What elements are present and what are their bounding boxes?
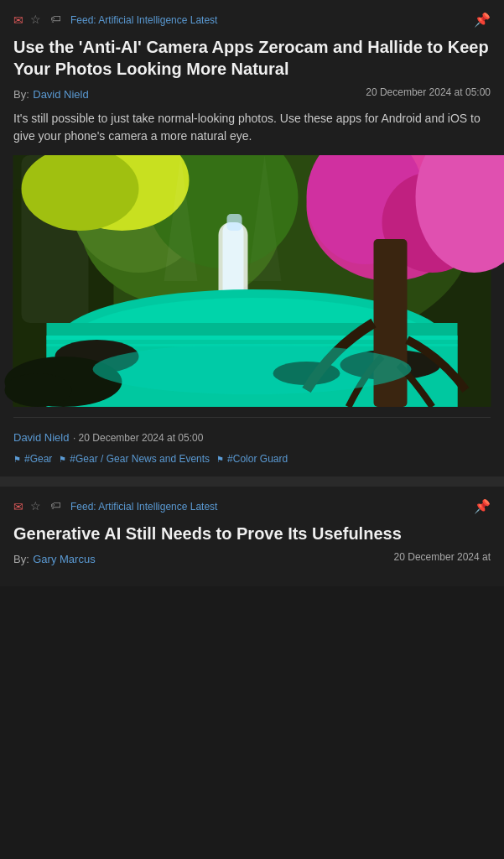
article-meta-top: ✉ ☆ 🏷 Feed: Artificial Intelligence Late… (13, 12, 491, 28)
envelope-icon[interactable]: ✉ (13, 13, 23, 27)
article-title: Use the 'Anti-AI' Camera Apps Zerocam an… (13, 36, 491, 80)
article-excerpt: It's still possible to just take normal-… (13, 110, 491, 145)
tag-icon-2: ⚑ (59, 455, 66, 464)
article-2-meta-left: ✉ ☆ 🏷 Feed: Artificial Intelligence Late… (13, 500, 217, 513)
meta-left: ✉ ☆ 🏷 Feed: Artificial Intelligence Late… (13, 13, 217, 27)
star-icon[interactable]: ☆ (30, 13, 44, 27)
tag-label-3: #Color Guard (227, 453, 288, 465)
article-card-1: ✉ ☆ 🏷 Feed: Artificial Intelligence Late… (0, 0, 504, 476)
tag-icon[interactable]: 🏷 (50, 13, 64, 27)
article-image (0, 155, 504, 407)
feed-link-2[interactable]: Feed: Artificial Intelligence Latest (70, 501, 217, 513)
footer-author-link[interactable]: David Nield (13, 431, 69, 444)
tag-gear-news[interactable]: ⚑ #Gear / Gear News and Events (59, 453, 210, 465)
by-label: By: (13, 88, 29, 101)
tags-row: ⚑ #Gear ⚑ #Gear / Gear News and Events ⚑… (13, 453, 491, 465)
article-byline: By: David Nield 20 December 2024 at 05:0… (13, 86, 491, 102)
envelope-icon-2[interactable]: ✉ (13, 500, 23, 513)
article-2-title: Generative AI Still Needs to Prove Its U… (13, 523, 491, 544)
article-2-byline: By: Gary Marcus 20 December 2024 at (13, 551, 491, 566)
tag-label-2: #Gear / Gear News and Events (70, 453, 210, 465)
author-link[interactable]: David Nield (33, 88, 88, 101)
tag-icon-2[interactable]: 🏷 (50, 500, 64, 513)
author-link-2[interactable]: Gary Marcus (33, 553, 95, 565)
pin-icon-2[interactable]: 📌 (474, 498, 491, 514)
byline-left: By: David Nield (13, 86, 89, 102)
byline-2-left: By: Gary Marcus (13, 551, 96, 566)
svg-point-29 (5, 373, 72, 407)
svg-rect-16 (227, 214, 242, 231)
article-date: 20 December 2024 at 05:00 (366, 86, 491, 98)
article-image-svg (0, 155, 504, 407)
tag-label-1: #Gear (24, 453, 52, 465)
footer-author-date: David Nield · 20 December 2024 at 05:00 (13, 430, 491, 445)
article-2-date: 20 December 2024 at (394, 551, 491, 563)
article-footer: David Nield · 20 December 2024 at 05:00 … (13, 417, 491, 476)
tag-icon-3: ⚑ (216, 455, 224, 464)
article-card-2: ✉ ☆ 🏷 Feed: Artificial Intelligence Late… (0, 487, 504, 586)
feed-link[interactable]: Feed: Artificial Intelligence Latest (70, 14, 217, 26)
pin-icon[interactable]: 📌 (474, 12, 491, 28)
by-label-2: By: (13, 553, 29, 565)
star-icon-2[interactable]: ☆ (30, 500, 44, 513)
footer-date-text: · 20 December 2024 at 05:00 (73, 432, 203, 444)
article-2-meta-top: ✉ ☆ 🏷 Feed: Artificial Intelligence Late… (13, 498, 491, 514)
svg-point-30 (93, 344, 412, 394)
tag-icon-1: ⚑ (13, 455, 21, 464)
tag-gear[interactable]: ⚑ #Gear (13, 453, 52, 465)
tag-color-guard[interactable]: ⚑ #Color Guard (216, 453, 288, 465)
section-divider (0, 476, 504, 487)
